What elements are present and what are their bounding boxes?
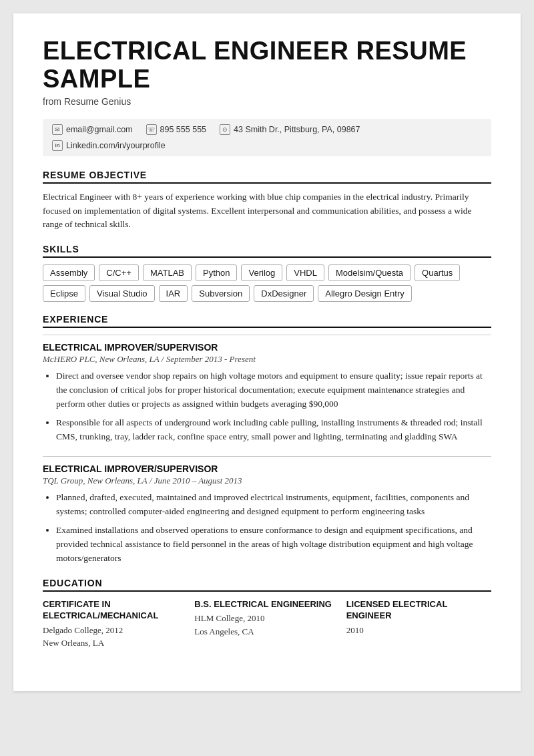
edu-school: 2010: [346, 624, 491, 637]
exp-bullet: Responsible for all aspects of undergrou…: [56, 416, 491, 444]
education-title: EDUCATION: [43, 578, 491, 592]
exp-bullet: Examined installations and observed oper…: [56, 524, 491, 566]
skill-tag: Subversion: [192, 285, 250, 302]
edu-school: Delgado College, 2012: [43, 624, 188, 637]
exp-bullet: Planned, drafted, executed, maintained a…: [56, 491, 491, 519]
contact-linkedin: in Linkedin.com/in/yourprofile: [52, 140, 166, 151]
exp-bullet: Direct and oversee vendor shop repairs o…: [56, 369, 491, 411]
edu-degree: LICENSED ELECTRICAL ENGINEER: [346, 598, 491, 622]
education-item: CERTIFICATE IN ELECTRICAL/MECHANICALDelg…: [43, 598, 188, 650]
skill-tag: Quartus: [415, 264, 460, 281]
edu-degree: B.S. ELECTRICAL ENGINEERING: [194, 598, 339, 610]
education-item: LICENSED ELECTRICAL ENGINEER2010: [346, 598, 491, 650]
skill-tag: DxDesigner: [254, 285, 314, 302]
contact-email: ✉ email@gmail.com: [52, 124, 133, 135]
contact-address: ⊙ 43 Smith Dr., Pittsburg, PA, 09867: [220, 124, 360, 135]
edu-degree: CERTIFICATE IN ELECTRICAL/MECHANICAL: [43, 598, 188, 622]
skills-title: SKILLS: [43, 244, 491, 258]
location-icon: ⊙: [220, 124, 230, 135]
skill-tag: Verilog: [241, 264, 282, 281]
contact-bar: ✉ email@gmail.com ☏ 895 555 555 ⊙ 43 Smi…: [43, 119, 491, 156]
exp-bullets: Direct and oversee vendor shop repairs o…: [43, 369, 491, 444]
experience-section: EXPERIENCE ELECTRICAL IMPROVER/SUPERVISO…: [43, 314, 491, 565]
skills-container: AssemblyC/C++MATLABPythonVerilogVHDLMode…: [43, 264, 491, 302]
edu-location: New Orleans, LA: [43, 636, 188, 650]
objective-text: Electrical Engineer with 8+ years of exp…: [43, 190, 491, 232]
edu-location: Los Angeles, CA: [194, 625, 339, 638]
objective-title: RESUME OBJECTIVE: [43, 170, 491, 184]
phone-icon: ☏: [146, 124, 157, 135]
email-icon: ✉: [52, 124, 63, 135]
skill-tag: IAR: [159, 285, 188, 302]
skills-section: SKILLS AssemblyC/C++MATLABPythonVerilogV…: [43, 244, 491, 302]
education-grid: CERTIFICATE IN ELECTRICAL/MECHANICALDelg…: [43, 598, 491, 650]
exp-bullets: Planned, drafted, executed, maintained a…: [43, 491, 491, 566]
skill-tag: Eclipse: [43, 285, 85, 302]
resume-title: ELECTRICAL ENGINEER RESUME SAMPLE: [43, 37, 491, 93]
exp-meta: McHERO PLC, New Orleans, LA / September …: [43, 354, 491, 365]
objective-section: RESUME OBJECTIVE Electrical Engineer wit…: [43, 170, 491, 232]
resume-subtitle: from Resume Genius: [43, 96, 491, 107]
skill-tag: Allegro Design Entry: [318, 285, 412, 302]
exp-title: ELECTRICAL IMPROVER/SUPERVISOR: [43, 342, 491, 353]
linkedin-icon: in: [52, 140, 63, 151]
header-section: ELECTRICAL ENGINEER RESUME SAMPLE from R…: [43, 37, 491, 107]
experience-title: EXPERIENCE: [43, 314, 491, 328]
resume-page: ELECTRICAL ENGINEER RESUME SAMPLE from R…: [13, 13, 521, 691]
experience-container: ELECTRICAL IMPROVER/SUPERVISORMcHERO PLC…: [43, 335, 491, 565]
contact-phone: ☏ 895 555 555: [146, 124, 207, 135]
skill-tag: Python: [196, 264, 237, 281]
education-item: B.S. ELECTRICAL ENGINEERINGHLM College, …: [194, 598, 339, 650]
experience-entry: ELECTRICAL IMPROVER/SUPERVISORMcHERO PLC…: [43, 335, 491, 444]
experience-entry: ELECTRICAL IMPROVER/SUPERVISORTQL Group,…: [43, 456, 491, 566]
skill-tag: Visual Studio: [89, 285, 155, 302]
education-section: EDUCATION CERTIFICATE IN ELECTRICAL/MECH…: [43, 578, 491, 650]
skill-tag: Modelsim/Questa: [328, 264, 411, 281]
exp-title: ELECTRICAL IMPROVER/SUPERVISOR: [43, 463, 491, 474]
skill-tag: C/C++: [99, 264, 139, 281]
skill-tag: MATLAB: [143, 264, 192, 281]
edu-school: HLM College, 2010: [194, 612, 339, 625]
skill-tag: Assembly: [43, 264, 95, 281]
exp-meta: TQL Group, New Orleans, LA / June 2010 –…: [43, 476, 491, 486]
skill-tag: VHDL: [286, 264, 324, 281]
